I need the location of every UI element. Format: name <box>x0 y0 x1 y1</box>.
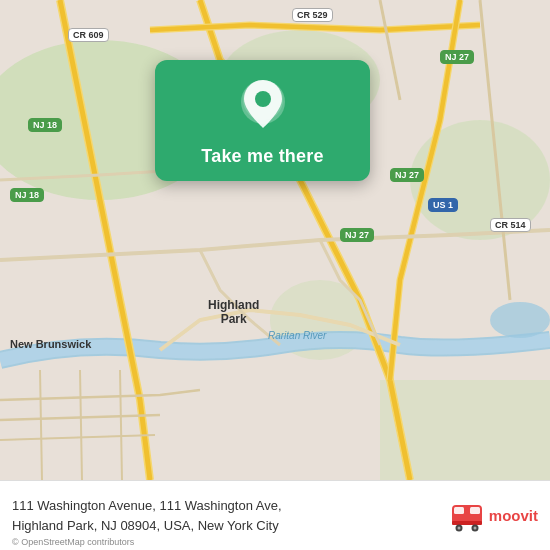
svg-point-9 <box>255 91 271 107</box>
svg-rect-18 <box>465 507 469 514</box>
road-badge-nj27-2: NJ 27 <box>390 168 424 182</box>
address-text: 111 Washington Avenue, 111 Washington Av… <box>12 496 438 535</box>
map-container: CR 609 CR 529 CR 529 NJ 18 NJ 18 NJ 27 N… <box>0 0 550 480</box>
svg-point-15 <box>457 526 460 529</box>
svg-rect-13 <box>452 521 482 525</box>
address-line1: 111 Washington Avenue, 111 Washington Av… <box>12 498 282 513</box>
osm-credit: © OpenStreetMap contributors <box>12 537 134 547</box>
road-badge-cr609: CR 609 <box>68 28 109 42</box>
road-badge-nj27-3: NJ 27 <box>340 228 374 242</box>
svg-rect-11 <box>454 507 464 514</box>
road-badge-cr514: CR 514 <box>490 218 531 232</box>
moovit-brand-text: moovit <box>489 507 538 524</box>
moovit-logo: moovit <box>448 497 538 535</box>
road-badge-nj18-1: NJ 18 <box>28 118 62 132</box>
river-label: Raritan River <box>268 330 326 341</box>
address-line2: Highland Park, NJ 08904, USA, New York C… <box>12 518 279 533</box>
moovit-bus-icon <box>448 497 486 535</box>
svg-rect-12 <box>470 507 480 514</box>
bottom-bar: 111 Washington Avenue, 111 Washington Av… <box>0 480 550 550</box>
road-badge-nj27-1: NJ 27 <box>440 50 474 64</box>
road-badge-us1: US 1 <box>428 198 458 212</box>
place-label-highland-park: HighlandPark <box>208 298 259 326</box>
road-badge-nj18-2: NJ 18 <box>10 188 44 202</box>
place-label-new-brunswick: New Brunswick <box>10 338 91 350</box>
svg-point-6 <box>490 302 550 338</box>
take-me-there-button[interactable]: Take me there <box>201 146 323 167</box>
location-pin-icon <box>239 78 287 136</box>
road-badge-cr529-1: CR 529 <box>292 8 333 22</box>
location-card: Take me there <box>155 60 370 181</box>
svg-point-17 <box>473 526 476 529</box>
